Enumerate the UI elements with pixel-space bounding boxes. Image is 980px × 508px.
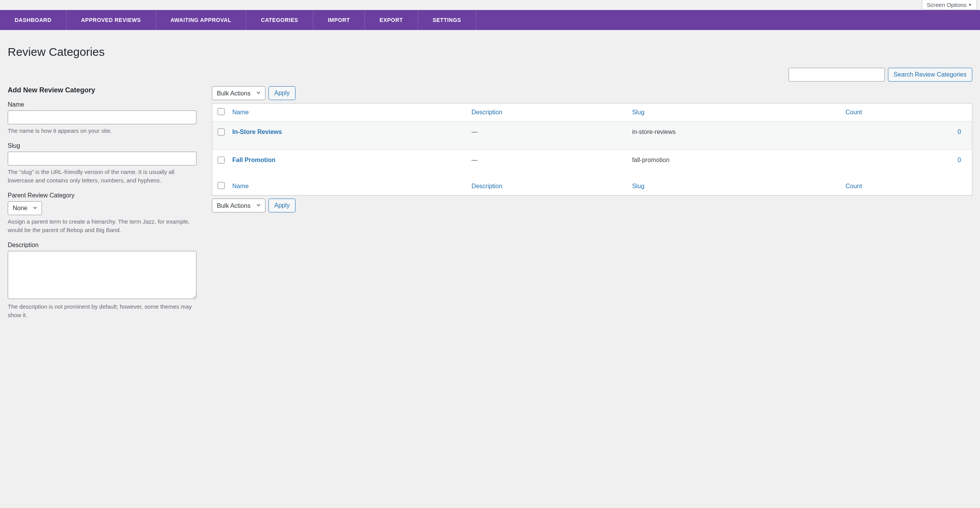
table-row: Fall Promotion—fall-promotion0 xyxy=(212,150,972,178)
nav-tab-dashboard[interactable]: DASHBOARD xyxy=(0,10,67,30)
row-name-link[interactable]: In-Store Reviews xyxy=(232,129,282,135)
caret-down-icon: ▼ xyxy=(968,3,972,7)
row-checkbox[interactable] xyxy=(218,129,225,135)
slug-label: Slug xyxy=(8,142,196,149)
col-slug-header[interactable]: Slug xyxy=(632,109,644,115)
col-name-header[interactable]: Name xyxy=(232,109,249,115)
screen-options-label: Screen Options xyxy=(927,2,967,8)
nav-tabs: DASHBOARDAPPROVED REVIEWSAWAITING APPROV… xyxy=(0,10,980,30)
page-title: Review Categories xyxy=(8,45,972,58)
row-slug: fall-promotion xyxy=(628,150,842,178)
description-help: The description is not prominent by defa… xyxy=(8,302,196,320)
name-help: The name is how it appears on your site. xyxy=(8,127,196,135)
description-textarea[interactable] xyxy=(8,251,196,299)
nav-tab-import[interactable]: IMPORT xyxy=(313,10,365,30)
bulk-actions-select-bottom[interactable]: Bulk Actions xyxy=(212,199,265,212)
col-description-footer[interactable]: Description xyxy=(472,183,502,189)
name-input[interactable] xyxy=(8,110,196,124)
table-row: In-Store Reviews—in-store-reviews0 xyxy=(212,122,972,150)
apply-button-bottom[interactable]: Apply xyxy=(268,199,295,212)
slug-help: The “slug” is the URL-friendly version o… xyxy=(8,168,196,185)
select-all-bottom[interactable] xyxy=(218,182,225,189)
nav-tab-approved-reviews[interactable]: APPROVED REVIEWS xyxy=(67,10,156,30)
name-label: Name xyxy=(8,101,196,108)
row-count-link[interactable]: 0 xyxy=(958,129,961,135)
row-description: — xyxy=(468,150,628,178)
parent-help: Assign a parent term to create a hierarc… xyxy=(8,217,196,235)
nav-tab-export[interactable]: EXPORT xyxy=(365,10,418,30)
row-name-link[interactable]: Fall Promotion xyxy=(232,157,275,163)
parent-label: Parent Review Category xyxy=(8,192,196,199)
col-count-footer[interactable]: Count xyxy=(846,183,862,189)
slug-input[interactable] xyxy=(8,152,196,165)
col-name-footer[interactable]: Name xyxy=(232,183,249,189)
bulk-actions-select-top[interactable]: Bulk Actions xyxy=(212,86,265,100)
select-all-top[interactable] xyxy=(218,108,225,115)
col-description-header[interactable]: Description xyxy=(472,109,502,115)
apply-button-top[interactable]: Apply xyxy=(268,86,295,100)
add-new-heading: Add New Review Category xyxy=(8,86,196,94)
screen-options-toggle[interactable]: Screen Options ▼ xyxy=(922,0,977,10)
col-slug-footer[interactable]: Slug xyxy=(632,183,644,189)
search-button[interactable]: Search Review Categories xyxy=(888,68,972,82)
categories-table: Name Description Slug Count In-Store Rev… xyxy=(212,103,972,196)
row-description: — xyxy=(468,122,628,150)
nav-tab-awaiting-approval[interactable]: AWAITING APPROVAL xyxy=(156,10,247,30)
row-count-link[interactable]: 0 xyxy=(958,157,961,163)
row-checkbox[interactable] xyxy=(218,157,225,164)
nav-tab-categories[interactable]: CATEGORIES xyxy=(246,10,313,30)
parent-select[interactable]: None xyxy=(8,201,42,215)
description-label: Description xyxy=(8,242,196,249)
row-slug: in-store-reviews xyxy=(628,122,842,150)
search-input[interactable] xyxy=(789,68,885,82)
nav-tab-settings[interactable]: SETTINGS xyxy=(418,10,476,30)
col-count-header[interactable]: Count xyxy=(846,109,862,115)
